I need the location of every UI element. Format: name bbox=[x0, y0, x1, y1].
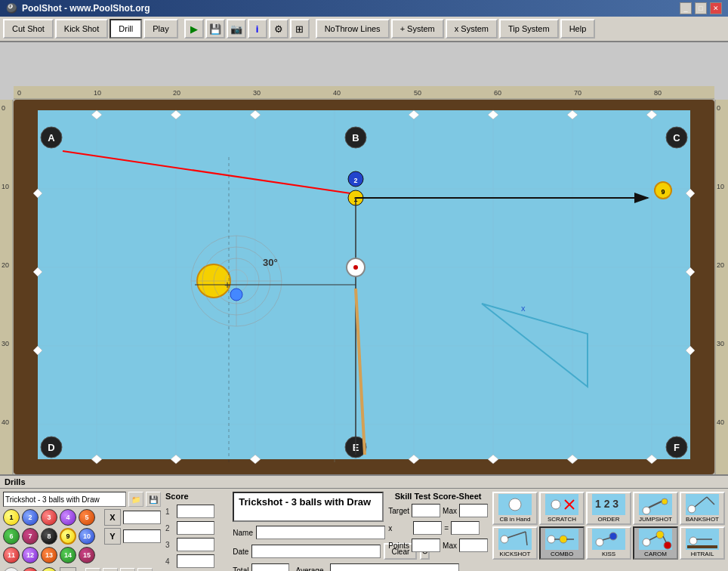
grid-icon[interactable]: ⊞ bbox=[103, 568, 118, 571]
svg-rect-129 bbox=[687, 545, 717, 548]
skill-points-input[interactable] bbox=[412, 539, 440, 552]
ball-10[interactable]: 10 bbox=[79, 528, 95, 545]
ball-9[interactable]: 9 bbox=[60, 528, 76, 545]
skill-target-input[interactable] bbox=[412, 504, 440, 517]
cut-shot-button[interactable]: Cut Shot bbox=[3, 19, 54, 39]
table-felt[interactable] bbox=[38, 110, 690, 459]
y-button-row2[interactable]: Y bbox=[104, 528, 121, 545]
bottom-content: 📁 💾 1 2 3 4 5 X 6 7 8 9 10 Y bbox=[0, 489, 728, 571]
svg-point-106 bbox=[688, 505, 696, 513]
skill-points-max-input[interactable] bbox=[459, 539, 488, 552]
bankshot-icon-img bbox=[686, 494, 719, 515]
ball-8[interactable]: 8 bbox=[41, 528, 57, 545]
close-button[interactable]: ✕ bbox=[710, 2, 722, 14]
ball-yellow[interactable] bbox=[41, 567, 57, 571]
x-input-row1[interactable] bbox=[123, 511, 161, 524]
titlebar-left: 🎱 PoolShot - www.PoolShot.org bbox=[6, 3, 150, 14]
score-section: Score 1 2 3 4 5 bbox=[165, 492, 228, 571]
kickshot-icon-img bbox=[498, 529, 532, 550]
ball-15[interactable]: 15 bbox=[79, 547, 95, 563]
shot-icons-row-2: KICKSHOT COMBO bbox=[492, 526, 725, 560]
rotate-icon[interactable]: ↻ bbox=[60, 567, 76, 571]
plus-system-button[interactable]: + System bbox=[391, 19, 444, 39]
skill-x-input[interactable] bbox=[413, 521, 442, 535]
kick-shot-button[interactable]: Kick Shot bbox=[55, 19, 108, 39]
camera-icon[interactable]: 📷 bbox=[227, 19, 246, 39]
ball-1[interactable]: 1 bbox=[3, 509, 20, 526]
green-arrow-icon[interactable]: ▶ bbox=[184, 19, 204, 39]
x-button-row1[interactable]: X bbox=[104, 509, 121, 526]
down-icon[interactable]: ▼ bbox=[137, 568, 153, 571]
kiss-label: KISS bbox=[602, 551, 615, 557]
save-drill-icon[interactable]: 💾 bbox=[146, 492, 161, 507]
save-icon[interactable]: 💾 bbox=[205, 19, 225, 39]
scratch-button[interactable]: SCRATCH bbox=[539, 492, 585, 525]
hitrail-button[interactable]: HITRAIL bbox=[680, 526, 725, 560]
up-icon[interactable]: ▲ bbox=[120, 568, 135, 571]
folder-icon[interactable]: 📁 bbox=[128, 492, 143, 507]
ball-6[interactable]: 6 bbox=[3, 528, 20, 545]
nothrow-lines-button[interactable]: NoThrow Lines bbox=[316, 19, 390, 39]
cb-in-hand-button[interactable]: CB in Hand bbox=[492, 492, 538, 525]
svg-text:40: 40 bbox=[717, 418, 724, 426]
maximize-button[interactable]: □ bbox=[695, 2, 707, 14]
svg-point-123 bbox=[643, 539, 650, 546]
drill-button[interactable]: Drill bbox=[110, 19, 142, 39]
score-input-4[interactable] bbox=[177, 554, 214, 568]
bankshot-button[interactable]: BANKSHOT bbox=[680, 492, 725, 525]
svg-text:10: 10 bbox=[94, 89, 101, 97]
tip-system-button[interactable]: Tip System bbox=[499, 19, 559, 39]
svg-text:40: 40 bbox=[2, 418, 9, 426]
ball-12[interactable]: 12 bbox=[22, 547, 39, 563]
drills-name-bar: 📁 💾 bbox=[3, 492, 161, 507]
bottom-panel: Drills 📁 💾 1 2 3 4 5 X 6 7 bbox=[0, 474, 728, 571]
skill-points-row: Points Max bbox=[388, 538, 488, 553]
ball-11[interactable]: 11 bbox=[3, 547, 20, 563]
svg-text:30: 30 bbox=[253, 89, 261, 97]
score-input-3[interactable] bbox=[177, 538, 214, 551]
ball-3[interactable]: 3 bbox=[41, 509, 57, 526]
app-title: PoolShot - www.PoolShot.org bbox=[22, 3, 150, 14]
skill-equals-input[interactable] bbox=[451, 521, 480, 535]
order-button[interactable]: 1 2 3 ORDER bbox=[586, 492, 631, 525]
score-input-2[interactable] bbox=[177, 521, 214, 535]
info-icon[interactable]: i bbox=[248, 19, 267, 39]
kickshot-button[interactable]: KICKSHOT bbox=[492, 526, 538, 560]
svg-text:0: 0 bbox=[717, 104, 720, 112]
kiss-button[interactable]: KISS bbox=[586, 526, 631, 560]
svg-text:30: 30 bbox=[717, 340, 724, 347]
export-icon[interactable]: ⊞ bbox=[290, 19, 310, 39]
drill-name-field[interactable] bbox=[256, 526, 385, 539]
ball-7[interactable]: 7 bbox=[22, 528, 39, 545]
minimize-button[interactable]: _ bbox=[680, 2, 692, 14]
blank-ball[interactable] bbox=[3, 567, 20, 571]
scratch-label: SCRATCH bbox=[548, 516, 576, 523]
list-icon[interactable]: ☰ bbox=[85, 568, 100, 571]
svg-text:0: 0 bbox=[17, 89, 21, 97]
ball-14[interactable]: 14 bbox=[60, 547, 76, 563]
svg-point-96 bbox=[551, 500, 560, 509]
settings-icon[interactable]: ⚙ bbox=[269, 19, 288, 39]
ball-5[interactable]: 5 bbox=[79, 509, 95, 526]
drill-total-field[interactable] bbox=[251, 563, 289, 571]
titlebar: 🎱 PoolShot - www.PoolShot.org _ □ ✕ bbox=[0, 0, 728, 17]
ball-4[interactable]: 4 bbox=[60, 509, 76, 526]
y-input-row2[interactable] bbox=[123, 529, 161, 543]
drill-name-input[interactable] bbox=[3, 492, 126, 507]
combo-button[interactable]: COMBO bbox=[539, 526, 585, 560]
jumpshot-button[interactable]: JUMPSHOT bbox=[633, 492, 678, 525]
ball-2[interactable]: 2 bbox=[22, 509, 39, 526]
ball-13[interactable]: 13 bbox=[41, 547, 57, 563]
ball-red[interactable] bbox=[22, 567, 39, 571]
score-input-1[interactable] bbox=[177, 505, 214, 518]
skill-max-input[interactable] bbox=[459, 504, 488, 517]
skill-section: Skill Test Score-Sheet Target Max x = Po… bbox=[388, 492, 488, 571]
help-button[interactable]: Help bbox=[560, 19, 596, 39]
titlebar-controls[interactable]: _ □ ✕ bbox=[680, 2, 722, 14]
carom-button[interactable]: CAROM bbox=[633, 526, 678, 560]
drill-total-row: Total Average bbox=[233, 562, 384, 571]
play-button[interactable]: Play bbox=[143, 19, 177, 39]
drill-date-field[interactable] bbox=[251, 545, 381, 558]
x-system-button[interactable]: x System bbox=[446, 19, 498, 39]
shot-icons: CB in Hand SCRATCH bbox=[492, 492, 725, 571]
